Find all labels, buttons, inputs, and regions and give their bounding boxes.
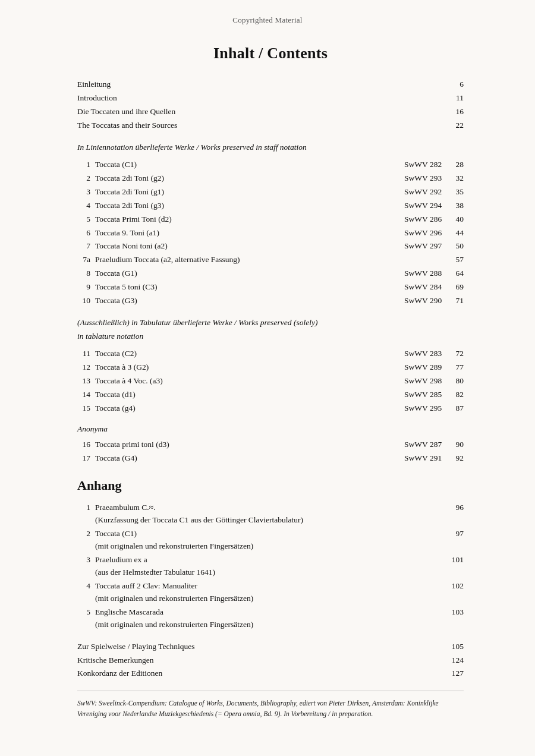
list-item: 12 Toccata à 3 (G2) SwWV 289 77 (77, 361, 464, 374)
list-item: 4 Toccata 2di Toni (g3) SwWV 294 38 (77, 200, 464, 212)
list-item: 10 Toccata (G3) SwWV 290 71 (77, 295, 464, 307)
intro-section: Einleitung 6 Introduction 11 Die Toccate… (77, 78, 464, 132)
list-item: Einleitung 6 (77, 78, 464, 91)
anhang-title: Anhang (77, 475, 464, 496)
list-item: Die Toccaten und ihre Quellen 16 (77, 106, 464, 118)
closing-section: Zur Spielweise / Playing Techniques 105 … (77, 641, 464, 681)
list-item: 9 Toccata 5 toni (C3) SwWV 284 69 (77, 281, 464, 294)
list-item: 13 Toccata à 4 Voc. (a3) SwWV 298 80 (77, 375, 464, 388)
list-item: Zur Spielweise / Playing Techniques 105 (77, 641, 464, 653)
list-item: 2 Toccata (C1) (mit originalen und rekon… (77, 528, 464, 553)
list-item: 7a Praeludium Toccata (a2, alternative F… (77, 254, 464, 266)
list-item: 2 Toccata 2di Toni (g2) SwWV 293 32 (77, 172, 464, 185)
list-item: 5 Toccata Primi Toni (d2) SwWV 286 40 (77, 213, 464, 226)
section-divider (77, 691, 464, 691)
list-item: 1 Praeambulum C.≈. (Kurzfassung der Tocc… (77, 502, 464, 527)
list-item: 8 Toccata (G1) SwWV 288 64 (77, 267, 464, 280)
list-item: 3 Toccata 2di Toni (g1) SwWV 292 35 (77, 186, 464, 199)
list-item: 15 Toccata (g4) SwWV 295 87 (77, 402, 464, 415)
list-item: 1 Toccata (C1) SwWV 282 28 (77, 159, 464, 171)
list-item: 7 Toccata Noni toni (a2) SwWV 297 50 (77, 240, 464, 253)
list-item: 14 Toccata (d1) SwWV 285 82 (77, 389, 464, 401)
tablature-header: (Ausschließlich) in Tabulatur überliefer… (77, 317, 464, 343)
list-item: 16 Toccata primi toni (d3) SwWV 287 90 (77, 439, 464, 451)
footer-note: SwWV: Sweelinck-Compendium: Catalogue of… (77, 698, 464, 719)
tablature-section: (Ausschließlich) in Tabulatur überliefer… (77, 317, 464, 414)
copyright-text: Copyrighted Material (0, 12, 535, 31)
list-item: Konkordanz der Editionen 127 (77, 667, 464, 680)
list-item: 4 Toccata auff 2 Clav: Manualiter (mit o… (77, 580, 464, 605)
list-item: 5 Englische Mascarada (mit originalen un… (77, 606, 464, 631)
anhang-section: Anhang 1 Praeambulum C.≈. (Kurzfassung d… (77, 475, 464, 631)
list-item: The Toccatas and their Sources 22 (77, 119, 464, 132)
list-item: 17 Toccata (G4) SwWV 291 92 (77, 452, 464, 465)
staff-notation-header: In Liniennotation überlieferte Werke / W… (77, 141, 464, 154)
list-item: Kritische Bemerkungen 124 (77, 654, 464, 667)
list-item: Introduction 11 (77, 92, 464, 105)
page-title: Inhalt / Contents (77, 42, 464, 65)
page: Copyrighted Material Inhalt / Contents E… (0, 0, 535, 756)
staff-notation-section: In Liniennotation überlieferte Werke / W… (77, 141, 464, 307)
list-item: 6 Toccata 9. Toni (a1) SwWV 296 44 (77, 227, 464, 240)
footer-note-text: SwWV: Sweelinck-Compendium: Catalogue of… (77, 700, 439, 717)
anonyma-section: Anonyma 16 Toccata primi toni (d3) SwWV … (77, 423, 464, 465)
anonyma-label: Anonyma (77, 423, 464, 436)
list-item: 11 Toccata (C2) SwWV 283 72 (77, 348, 464, 360)
list-item: 3 Praeludium ex a (aus der Helmstedter T… (77, 554, 464, 579)
